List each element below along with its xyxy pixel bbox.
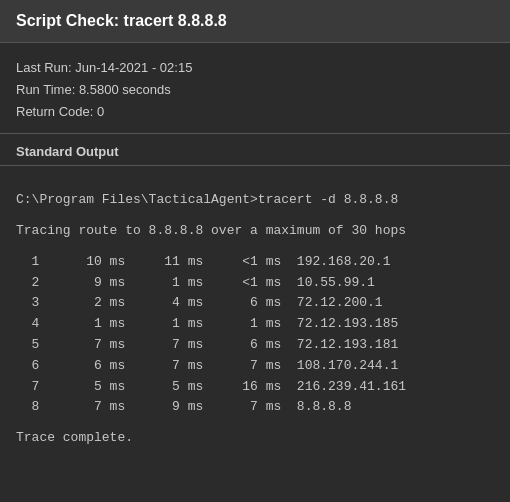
hops-container: 1 10 ms 11 ms <1 ms 192.168.20.1 2 9 ms …	[16, 252, 494, 418]
run-time-label: Run Time:	[16, 82, 75, 97]
page-title: Script Check: tracert 8.8.8.8	[16, 12, 494, 30]
last-run-line: Last Run: Jun-14-2021 - 02:15	[16, 57, 494, 79]
info-section: Last Run: Jun-14-2021 - 02:15 Run Time: …	[0, 43, 510, 134]
return-code-label: Return Code:	[16, 104, 93, 119]
last-run-label: Last Run:	[16, 60, 72, 75]
table-row: 1 10 ms 11 ms <1 ms 192.168.20.1	[16, 252, 494, 273]
table-row: 8 7 ms 9 ms 7 ms 8.8.8.8	[16, 397, 494, 418]
tracing-line: Tracing route to 8.8.8.8 over a maximum …	[16, 221, 494, 242]
table-row: 6 6 ms 7 ms 7 ms 108.170.244.1	[16, 356, 494, 377]
title-bar: Script Check: tracert 8.8.8.8	[0, 0, 510, 43]
run-time-value-text: 8.5800 seconds	[79, 82, 171, 97]
blank-line-4	[16, 418, 494, 428]
blank-line-1	[16, 180, 494, 190]
table-row: 5 7 ms 7 ms 6 ms 72.12.193.181	[16, 335, 494, 356]
return-code-line: Return Code: 0	[16, 101, 494, 123]
blank-line-3	[16, 242, 494, 252]
return-code-value-text: 0	[97, 104, 104, 119]
trace-complete: Trace complete.	[16, 428, 494, 449]
table-row: 3 2 ms 4 ms 6 ms 72.12.200.1	[16, 293, 494, 314]
table-row: 4 1 ms 1 ms 1 ms 72.12.193.185	[16, 314, 494, 335]
output-section: C:\Program Files\TacticalAgent>tracert -…	[0, 166, 510, 463]
command-line: C:\Program Files\TacticalAgent>tracert -…	[16, 190, 494, 211]
blank-line-2	[16, 211, 494, 221]
table-row: 2 9 ms 1 ms <1 ms 10.55.99.1	[16, 273, 494, 294]
last-run-value-text: Jun-14-2021 - 02:15	[75, 60, 192, 75]
run-time-line: Run Time: 8.5800 seconds	[16, 79, 494, 101]
table-row: 7 5 ms 5 ms 16 ms 216.239.41.161	[16, 377, 494, 398]
section-header: Standard Output	[0, 134, 510, 166]
